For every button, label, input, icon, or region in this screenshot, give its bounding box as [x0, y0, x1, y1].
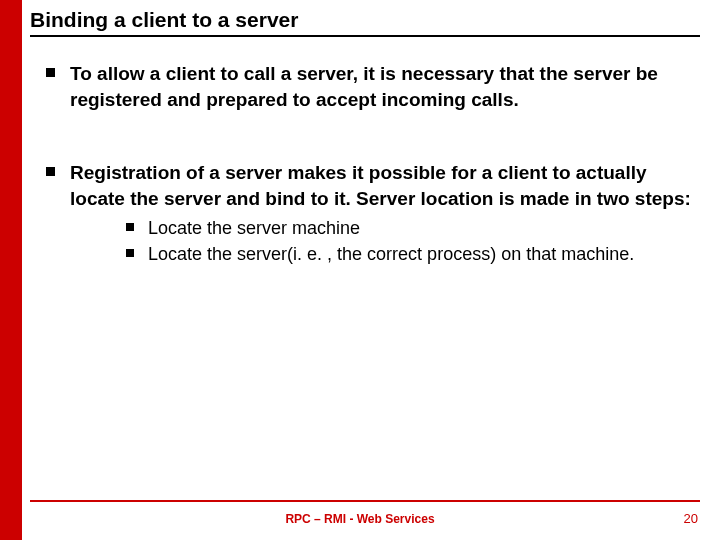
footer-title: RPC – RMI - Web Services — [0, 512, 720, 526]
bullet-text: To allow a client to call a server, it i… — [70, 63, 658, 110]
bullet-list: To allow a client to call a server, it i… — [30, 61, 700, 266]
sub-bullet-list: Locate the server machine Locate the ser… — [70, 216, 700, 267]
footer-divider — [30, 500, 700, 502]
sub-bullet-text: Locate the server(i. e. , the correct pr… — [148, 244, 634, 264]
slide-sidebar — [0, 0, 22, 540]
sub-bullet-text: Locate the server machine — [148, 218, 360, 238]
bullet-text: Registration of a server makes it possib… — [70, 162, 691, 209]
bullet-item: To allow a client to call a server, it i… — [46, 61, 700, 112]
bullet-item: Registration of a server makes it possib… — [46, 160, 700, 266]
slide-title: Binding a client to a server — [30, 8, 700, 35]
sub-bullet-item: Locate the server machine — [126, 216, 700, 240]
sub-bullet-item: Locate the server(i. e. , the correct pr… — [126, 242, 700, 266]
page-number: 20 — [684, 511, 698, 526]
slide-content: Binding a client to a server To allow a … — [22, 0, 720, 540]
title-underline — [30, 35, 700, 37]
